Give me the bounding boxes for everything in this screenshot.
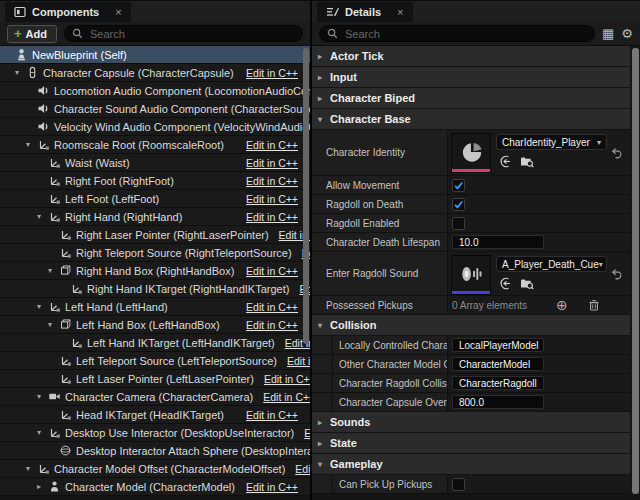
edit-in-cpp-link[interactable]: Edit in C++ [253, 391, 310, 403]
value-input[interactable]: 800.0 [452, 395, 544, 409]
checkbox[interactable] [452, 478, 465, 491]
checkbox[interactable] [452, 217, 465, 230]
browse-to-asset-icon[interactable] [520, 155, 534, 168]
tree-row[interactable]: Desktop Interactor Attach Sphere (Deskto… [0, 442, 310, 460]
tree-row[interactable]: ▸ Character Model (CharacterModel)Edit i… [0, 478, 310, 496]
tree-row[interactable]: NewBlueprint (Self) [0, 46, 310, 64]
edit-in-cpp-link[interactable]: Edit in C++ [254, 373, 310, 385]
tree-row[interactable]: Right Laser Pointer (RightLaserPointer)E… [0, 226, 310, 244]
tree-row[interactable]: Velocity Wind Audio Component (VelocityW… [0, 118, 310, 136]
expander-expanded-icon[interactable]: ▾ [15, 68, 26, 77]
value-input[interactable]: 10.0 [452, 235, 544, 249]
edit-in-cpp-link[interactable]: Edit in C++ [285, 463, 310, 475]
details-search-input[interactable] [343, 27, 587, 41]
tree-row[interactable]: ▾ Right Hand (RightHand)Edit in C++ [0, 208, 310, 226]
edit-in-cpp-link[interactable]: Edit in C++ [277, 355, 310, 367]
tab-details[interactable]: Details × [317, 2, 413, 22]
value-input[interactable]: CharacterRagdoll [452, 376, 544, 390]
value-input[interactable]: CharacterModel [452, 357, 544, 371]
expander-expanded-icon[interactable]: ▾ [37, 428, 48, 437]
expander-expanded-icon[interactable]: ▾ [37, 212, 48, 221]
tree-row[interactable]: Right Hand IKTarget (RightHandIKTarget)E… [0, 280, 310, 298]
edit-in-cpp-link[interactable]: Edit in C++ [236, 67, 298, 79]
category-header[interactable]: ▾ Character Base [312, 109, 630, 130]
edit-in-cpp-link[interactable]: Edit in C++ [294, 427, 310, 439]
edit-in-cpp-link[interactable]: Edit in C++ [236, 175, 298, 187]
reset-to-default-icon[interactable] [611, 268, 623, 280]
components-search-input[interactable] [88, 27, 295, 41]
category-header[interactable]: ▸ Character Biped [312, 88, 630, 109]
expander-expanded-icon[interactable]: ▾ [37, 302, 48, 311]
tree-row[interactable]: Left Hand IKTarget (LeftHandIKTarget)Edi… [0, 334, 310, 352]
tree-row[interactable]: Head IKTarget (HeadIKTarget)Edit in C++ [0, 406, 310, 424]
column-view-icon[interactable]: ▦ [602, 27, 614, 40]
value-input[interactable]: LocalPlayerModel [452, 338, 544, 352]
use-selected-asset-icon[interactable] [499, 155, 512, 168]
edit-in-cpp-link[interactable]: Edit in C++ [236, 265, 298, 277]
tree-row[interactable]: ▾ Left Hand Box (LeftHandBox)Edit in C++ [0, 316, 310, 334]
edit-in-cpp-link[interactable]: Edit in C++ [236, 481, 298, 493]
settings-gear-icon[interactable]: ⚙ [621, 27, 633, 40]
details-search[interactable] [319, 25, 595, 42]
add-component-button[interactable]: + Add [7, 25, 57, 43]
category-header[interactable]: ▾ Gameplay [312, 454, 630, 475]
category-label: Input [330, 71, 357, 83]
asset-thumbnail[interactable] [451, 255, 491, 295]
pie-thumbnail-icon [459, 139, 485, 165]
close-tab-icon[interactable]: × [115, 6, 121, 18]
tree-row[interactable]: ▾ Desktop Use Interactor (DesktopUseInte… [0, 424, 310, 442]
tree-row[interactable]: Left Teleport Source (LeftTeleportSource… [0, 352, 310, 370]
use-selected-asset-icon[interactable] [499, 277, 512, 290]
add-element-icon[interactable]: ⊕ [556, 297, 568, 313]
audio-icon [37, 102, 50, 115]
edit-in-cpp-link[interactable]: Edit in C++ [236, 139, 298, 151]
tree-row[interactable]: Character Sound Audio Component (Charact… [0, 100, 310, 118]
tree-row[interactable]: ▾ Character Camera (CharacterCamera)Edit… [0, 388, 310, 406]
close-tab-icon[interactable]: × [397, 6, 403, 18]
category-header[interactable]: ▸ Actor Tick [312, 46, 630, 67]
expander-expanded-icon[interactable]: ▾ [26, 140, 37, 149]
category-header[interactable]: ▸ State [312, 433, 630, 454]
components-scrollbar[interactable] [303, 48, 309, 344]
tree-row[interactable]: Right Teleport Source (RightTeleportSour… [0, 244, 310, 262]
expander-collapsed-icon[interactable]: ▸ [37, 482, 48, 491]
asset-type-color-bar [452, 291, 490, 294]
asset-dropdown[interactable]: CharIdentity_Player ▾ [496, 134, 607, 150]
edit-in-cpp-link[interactable]: Edit in C++ [236, 193, 298, 205]
tree-row[interactable]: ▾ Right Hand Box (RightHandBox)Edit in C… [0, 262, 310, 280]
tree-row[interactable]: ▾ Character Capsule (CharacterCapsule)Ed… [0, 64, 310, 82]
checkbox-checked[interactable] [452, 198, 465, 211]
asset-dropdown[interactable]: A_Player_Death_Cue ▾ [496, 256, 607, 272]
category-header[interactable]: ▸ Sounds [312, 412, 630, 433]
tree-row[interactable]: Left Laser Pointer (LeftLaserPointer)Edi… [0, 370, 310, 388]
expander-expanded-icon[interactable]: ▾ [37, 392, 48, 401]
expander-expanded-icon[interactable]: ▾ [48, 266, 59, 275]
tree-row[interactable]: Left Foot (LeftFoot)Edit in C++ [0, 190, 310, 208]
reset-to-default-icon[interactable] [611, 147, 623, 159]
search-icon [72, 28, 83, 39]
edit-in-cpp-link[interactable]: Edit in C++ [236, 409, 298, 421]
details-scrollbar[interactable] [632, 48, 639, 494]
components-search[interactable] [64, 25, 303, 42]
tree-row[interactable]: Right Foot (RightFoot)Edit in C++ [0, 172, 310, 190]
browse-to-asset-icon[interactable] [520, 277, 534, 290]
components-toolbar: + Add [0, 22, 310, 46]
tree-row[interactable]: ▾ Roomscale Root (RoomscaleRoot)Edit in … [0, 136, 310, 154]
edit-in-cpp-link[interactable]: Edit in C++ [236, 157, 298, 169]
expander-expanded-icon[interactable]: ▾ [26, 464, 37, 473]
category-header[interactable]: ▸ Input [312, 67, 630, 88]
edit-in-cpp-link[interactable]: Edit in C++ [236, 211, 298, 223]
asset-thumbnail[interactable] [451, 133, 491, 173]
tab-components[interactable]: Components × [5, 2, 131, 22]
tree-row[interactable]: Locomotion Audio Component (LocomotionAu… [0, 82, 310, 100]
tree-row[interactable]: ▾ Left Hand (LeftHand)Edit in C++ [0, 298, 310, 316]
gizmo-icon [48, 426, 61, 439]
tree-row[interactable]: ▾ Character Model Offset (CharacterModel… [0, 460, 310, 478]
category-header[interactable]: ▾ Collision [312, 315, 630, 336]
edit-in-cpp-link[interactable]: Edit in C++ [236, 319, 298, 331]
edit-in-cpp-link[interactable]: Edit in C++ [236, 301, 298, 313]
expander-expanded-icon[interactable]: ▾ [48, 320, 59, 329]
tree-row[interactable]: Waist (Waist)Edit in C++ [0, 154, 310, 172]
checkbox-checked[interactable] [452, 179, 465, 192]
clear-array-icon[interactable] [588, 299, 600, 311]
